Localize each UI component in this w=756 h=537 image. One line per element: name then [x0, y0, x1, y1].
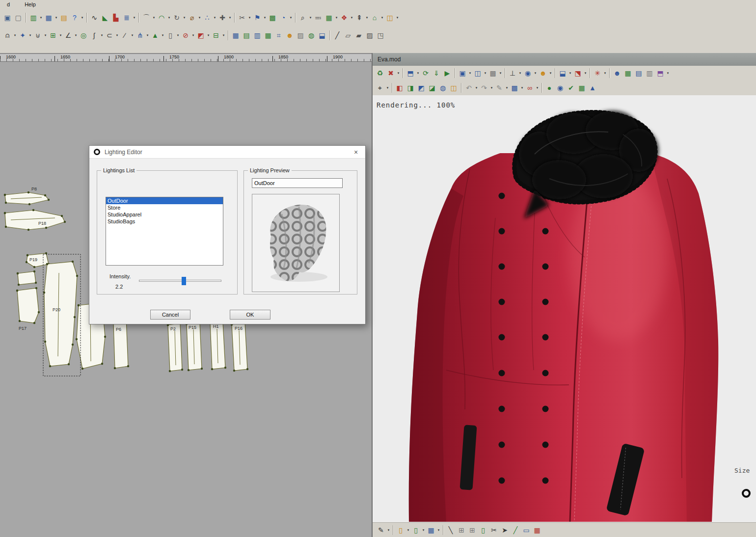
undo-curve-dropdown-icon[interactable]: ▾: [474, 86, 479, 90]
add-point-dropdown-icon[interactable]: ▾: [228, 16, 232, 20]
pattern-fill-icon[interactable]: ▩: [509, 82, 520, 93]
variant-table-icon[interactable]: ▦: [263, 30, 273, 41]
s-curve-tool-dropdown-icon[interactable]: ▾: [100, 33, 104, 37]
anchor-tool-dropdown-icon[interactable]: ▾: [13, 33, 17, 37]
cut-tool-icon[interactable]: ✂: [237, 12, 247, 23]
sphere-green-icon[interactable]: ●: [544, 82, 555, 93]
lighting-list-item-studiobags[interactable]: StudioBags: [106, 218, 223, 225]
export-table-icon[interactable]: ▦: [43, 12, 54, 23]
lighting-list-item-outdoor[interactable]: OutDoor: [106, 197, 223, 204]
align-columns-icon[interactable]: ≣: [121, 12, 132, 23]
import-table-icon[interactable]: ▥: [28, 12, 39, 23]
image-view-icon[interactable]: ▦: [576, 82, 587, 93]
measure-tool-icon[interactable]: ⌀: [187, 12, 197, 23]
fill-tool-icon[interactable]: ◩: [195, 30, 206, 41]
monitor-view-icon[interactable]: ⬓: [317, 30, 327, 41]
search-tool-dropdown-icon[interactable]: ▾: [308, 16, 313, 20]
add-point-icon[interactable]: ✚: [217, 12, 228, 23]
timer-tool-dropdown-icon[interactable]: ▾: [289, 16, 293, 20]
corner-sheet-icon[interactable]: ◳: [375, 30, 386, 41]
user-profile-icon[interactable]: ☻: [284, 30, 295, 41]
dart-tool-dropdown-icon[interactable]: ▾: [161, 33, 165, 37]
lift-tool-icon[interactable]: ⇞: [354, 12, 365, 23]
explode-view-dropdown-icon[interactable]: ▾: [603, 71, 607, 75]
export-table-dropdown-icon[interactable]: ▾: [54, 16, 58, 20]
dart-tool-icon[interactable]: ▲: [150, 30, 161, 41]
sheet-a-icon[interactable]: ▱: [343, 30, 353, 41]
chart-tool-icon[interactable]: ▙: [110, 12, 121, 23]
link-parts-dropdown-icon[interactable]: ▾: [535, 86, 540, 90]
axis-tool-dropdown-icon[interactable]: ▾: [518, 71, 522, 75]
screen-cast-icon[interactable]: ⬔: [572, 68, 583, 79]
snapshot-dropdown-icon[interactable]: ▾: [416, 71, 420, 75]
notch-tool-icon[interactable]: ⊘: [180, 30, 191, 41]
align-columns-dropdown-icon[interactable]: ▾: [132, 16, 136, 20]
texture-grid-b-icon[interactable]: ▤: [633, 68, 644, 79]
laptop-view-icon[interactable]: ⬓: [557, 68, 568, 79]
size-table-icon[interactable]: ▦: [230, 30, 241, 41]
page-green-icon[interactable]: ▯: [410, 525, 421, 536]
mountain-view-icon[interactable]: ▲: [587, 82, 598, 93]
box-tool-icon[interactable]: ◫: [384, 12, 395, 23]
render-viewport[interactable]: Rendering... 100% Size: [373, 95, 756, 522]
undo-curve-icon[interactable]: ↶: [463, 82, 474, 93]
line-tool-icon[interactable]: ∕: [119, 30, 130, 41]
box-red-icon[interactable]: ◧: [394, 82, 405, 93]
marquee-select-icon[interactable]: ⌖: [375, 82, 385, 93]
ruler-diagonal-icon[interactable]: ╱: [510, 525, 521, 536]
cube-view-icon[interactable]: ◫: [472, 68, 483, 79]
flag-tool-dropdown-icon[interactable]: ▾: [263, 16, 267, 20]
panel-tool-icon[interactable]: ▯: [165, 30, 176, 41]
intensity-slider-handle[interactable]: [182, 277, 186, 285]
spreadsheet-icon[interactable]: ▤: [58, 12, 69, 23]
home-tool-dropdown-icon[interactable]: ▾: [380, 16, 384, 20]
lighting-list-item-studioapparel[interactable]: StudioApparel: [106, 211, 223, 218]
cabinet-tool-icon[interactable]: ▦: [324, 12, 334, 23]
film-frame-dropdown-icon[interactable]: ▾: [468, 71, 472, 75]
page-orange-icon[interactable]: ▯: [395, 525, 406, 536]
page-orange-dropdown-icon[interactable]: ▾: [406, 528, 410, 532]
pattern-piece[interactable]: [17, 288, 39, 323]
swatch-red-icon[interactable]: ▦: [532, 525, 542, 536]
node-tool-icon[interactable]: ✦: [17, 30, 28, 41]
intensity-slider[interactable]: [139, 280, 221, 282]
grid-add-tool-dropdown-icon[interactable]: ▾: [58, 33, 63, 37]
avatar-list-icon[interactable]: ☻: [612, 68, 622, 79]
texture-grid-c-icon[interactable]: ▥: [644, 68, 655, 79]
join-tool-icon[interactable]: ⊎: [32, 30, 43, 41]
film-frame-icon[interactable]: ▣: [457, 68, 468, 79]
home-tool-icon[interactable]: ⌂: [369, 12, 380, 23]
stamp-tool-icon[interactable]: ▭: [521, 525, 532, 536]
render-window-titlebar[interactable]: Eva.mod: [373, 53, 756, 66]
table-view-dropdown-icon[interactable]: ▾: [436, 528, 441, 532]
s-curve-tool-icon[interactable]: ∫: [89, 30, 100, 41]
recycle-icon[interactable]: ♻: [375, 68, 385, 79]
menu-item-d[interactable]: d: [5, 1, 12, 8]
arc-tool-dropdown-icon[interactable]: ▾: [152, 16, 156, 20]
cube-green-icon[interactable]: ◪: [427, 82, 437, 93]
redo-curve-dropdown-icon[interactable]: ▾: [489, 86, 494, 90]
redo-curve-icon[interactable]: ↷: [479, 82, 489, 93]
triangle-tool-icon[interactable]: ◣: [100, 12, 110, 23]
draw-line-icon[interactable]: ✎: [376, 525, 386, 536]
texture-grid-a-icon[interactable]: ▦: [622, 68, 633, 79]
rotate-tool-dropdown-icon[interactable]: ▾: [182, 16, 187, 20]
scissors-icon[interactable]: ✂: [488, 525, 499, 536]
marquee-select-dropdown-icon[interactable]: ▾: [385, 86, 390, 90]
download-icon[interactable]: ⇓: [431, 68, 442, 79]
play-icon[interactable]: ▶: [442, 68, 453, 79]
display-settings-icon[interactable]: ⬒: [655, 68, 666, 79]
panel-tool-dropdown-icon[interactable]: ▾: [176, 33, 180, 37]
grade-table-icon[interactable]: ▥: [252, 30, 263, 41]
help-icon[interactable]: ?: [69, 12, 80, 23]
help-dropdown-icon[interactable]: ▾: [80, 16, 84, 20]
copy-icon[interactable]: ▣: [2, 12, 13, 23]
lift-tool-dropdown-icon[interactable]: ▾: [365, 16, 369, 20]
cursor-arrow-icon[interactable]: ➤: [499, 525, 510, 536]
c-curve-tool-dropdown-icon[interactable]: ▾: [115, 33, 119, 37]
cabinet-tool-dropdown-icon[interactable]: ▾: [334, 16, 339, 20]
hatch-sheet-icon[interactable]: ▨: [364, 30, 375, 41]
arc-tool-icon[interactable]: ⌒: [141, 12, 152, 23]
pattern-piece[interactable]: [44, 262, 77, 366]
sheet-b-icon[interactable]: ▰: [353, 30, 364, 41]
